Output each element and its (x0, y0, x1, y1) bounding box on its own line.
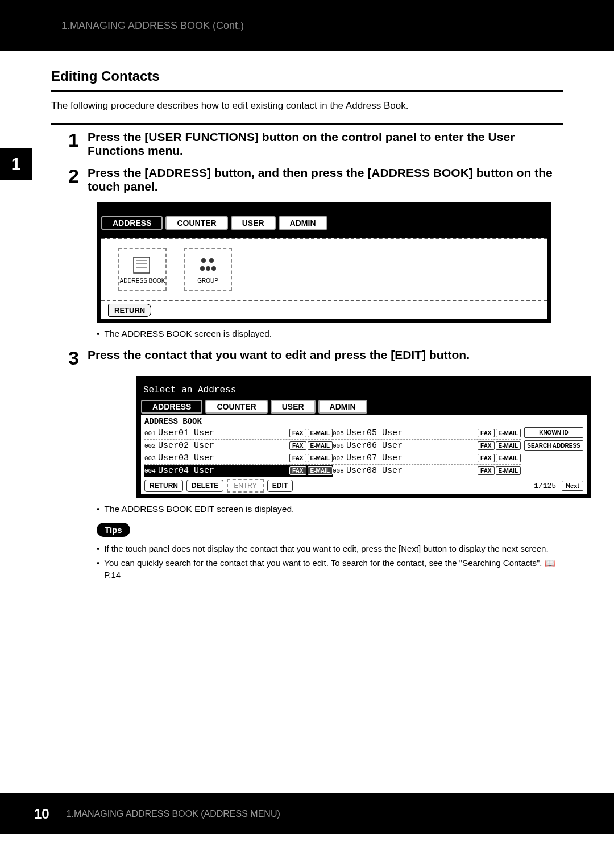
tip-text: You can quickly search for the contact t… (104, 557, 563, 581)
address-book-button[interactable]: ADDRESS BOOK (118, 248, 167, 291)
intro-text: The following procedure describes how to… (51, 100, 563, 111)
group-button[interactable]: GROUP (184, 248, 232, 291)
entry-button[interactable]: ENTRY (227, 479, 263, 493)
step-text-2: Press the [ADDRESS] button, and then pre… (88, 166, 563, 193)
search-address-button[interactable]: SEARCH ADDRESS (524, 440, 583, 451)
addr-row-002[interactable]: 002 User02 User FAX E-MAIL (144, 440, 333, 452)
addr-row-005[interactable]: 005 User05 User FAX E-MAIL (333, 427, 521, 440)
bullet-icon: • (97, 557, 99, 581)
screen2-header: Select an Address (141, 381, 587, 400)
email-button[interactable]: E-MAIL (496, 466, 521, 475)
addr-row-004[interactable]: 004 User04 User FAX E-MAIL (144, 465, 333, 477)
fax-button[interactable]: FAX (289, 454, 306, 462)
tab2-user[interactable]: USER (271, 400, 316, 414)
header-breadcrumb: 1.MANAGING ADDRESS BOOK (Cont.) (61, 20, 244, 32)
tab-address[interactable]: ADDRESS (101, 216, 163, 230)
addr-row-007[interactable]: 007 User07 User FAX E-MAIL (333, 452, 521, 465)
step-1: 1 Press the [USER FUNCTIONS] button on t… (51, 130, 563, 158)
tip-item-1: • If the touch panel does not display th… (97, 543, 563, 555)
addr-col-right: 005 User05 User FAX E-MAIL 006 User06 Us… (333, 427, 521, 477)
tab-counter[interactable]: COUNTER (165, 216, 227, 230)
screenshot-address-book-list: Select an Address ADDRESS COUNTER USER A… (136, 376, 563, 498)
tip-item-2: • You can quickly search for the contact… (97, 557, 563, 581)
tab2-address[interactable]: ADDRESS (141, 400, 202, 414)
svg-point-4 (201, 258, 206, 263)
screen1-tabs: ADDRESS COUNTER USER ADMIN (101, 216, 547, 230)
thick-divider (51, 123, 563, 125)
email-button[interactable]: E-MAIL (496, 454, 521, 462)
fax-button[interactable]: FAX (478, 466, 494, 475)
step-2-note: • The ADDRESS BOOK screen is displayed. (51, 329, 563, 339)
return-button[interactable]: RETURN (108, 304, 151, 317)
svg-point-8 (211, 266, 216, 271)
fax-button[interactable]: FAX (478, 429, 494, 437)
fax-button[interactable]: FAX (289, 466, 306, 475)
addr-row-008[interactable]: 008 User08 User FAX E-MAIL (333, 465, 521, 477)
step-num-3: 3 (68, 348, 79, 367)
tab-user[interactable]: USER (231, 216, 276, 230)
step-2: 2 Press the [ADDRESS] button, and then p… (51, 166, 563, 193)
page-number: 10 (34, 806, 49, 822)
delete-button[interactable]: DELETE (186, 480, 223, 492)
group-label: GROUP (197, 278, 218, 284)
footer-text: 1.MANAGING ADDRESS BOOK (ADDRESS MENU) (67, 809, 280, 819)
fax-button[interactable]: FAX (478, 441, 494, 450)
email-button[interactable]: E-MAIL (308, 454, 333, 462)
page-footer: 10 1.MANAGING ADDRESS BOOK (ADDRESS MENU… (0, 793, 614, 834)
addr-id: 003 (144, 455, 158, 462)
email-button[interactable]: E-MAIL (496, 429, 521, 437)
email-button[interactable]: E-MAIL (308, 429, 333, 437)
section-title: Editing Contacts (51, 68, 563, 84)
addr-id: 004 (144, 468, 158, 474)
addr-id: 002 (144, 443, 158, 449)
addr-name: User01 User (158, 428, 288, 438)
email-button[interactable]: E-MAIL (308, 441, 333, 450)
step-3: 3 Press the contact that you want to edi… (51, 348, 563, 367)
addr-id: 008 (333, 468, 346, 474)
addr-row-006[interactable]: 006 User06 User FAX E-MAIL (333, 440, 521, 452)
known-id-button[interactable]: KNOWN ID (524, 427, 583, 438)
addr-id: 006 (333, 443, 346, 449)
tips-badge: Tips (97, 523, 130, 537)
addr-name: User05 User (346, 428, 476, 438)
tab2-admin[interactable]: ADMIN (318, 400, 367, 414)
tab-admin[interactable]: ADMIN (279, 216, 327, 230)
addr-id: 007 (333, 455, 346, 462)
tips-section: Tips • If the touch panel does not displ… (51, 514, 563, 581)
tab2-counter[interactable]: COUNTER (205, 400, 267, 414)
step-text-3: Press the contact that you want to edit … (88, 348, 563, 367)
step-text-1: Press the [USER FUNCTIONS] button on the… (88, 130, 563, 158)
fax-button[interactable]: FAX (289, 441, 306, 450)
bullet-icon: • (97, 329, 99, 339)
fax-button[interactable]: FAX (478, 454, 494, 462)
step-3-note-text: The ADDRESS BOOK EDIT screen is displaye… (104, 504, 294, 514)
tip-text: If the touch panel does not display the … (104, 543, 548, 555)
group-icon (197, 255, 219, 275)
chapter-tab: 1 (0, 148, 32, 180)
addr-book-caption: ADDRESS BOOK (144, 417, 583, 426)
step-3-note: • The ADDRESS BOOK EDIT screen is displa… (51, 504, 563, 514)
addr-row-001[interactable]: 001 User01 User FAX E-MAIL (144, 427, 333, 440)
screen2-footer: RETURN DELETE ENTRY EDIT 1/125 Next (144, 477, 583, 493)
tips-list: • If the touch panel does not display th… (97, 543, 563, 581)
fax-button[interactable]: FAX (289, 429, 306, 437)
email-button[interactable]: E-MAIL (308, 466, 333, 475)
addr-id: 005 (333, 430, 346, 437)
addr-row-003[interactable]: 003 User03 User FAX E-MAIL (144, 452, 333, 465)
addr-id: 001 (144, 430, 158, 437)
bullet-icon: • (97, 543, 99, 555)
email-button[interactable]: E-MAIL (496, 441, 521, 450)
return-button[interactable]: RETURN (144, 480, 183, 492)
step-2-note-text: The ADDRESS BOOK screen is displayed. (104, 329, 272, 339)
svg-point-5 (209, 258, 214, 263)
addr-name: User08 User (346, 466, 476, 476)
address-book-icon (131, 255, 154, 275)
svg-point-6 (200, 266, 205, 271)
step-num-2: 2 (68, 166, 79, 193)
svg-point-7 (206, 266, 210, 271)
next-button[interactable]: Next (562, 481, 583, 491)
addr-name: User07 User (346, 453, 476, 463)
address-book-label: ADDRESS BOOK (119, 278, 165, 284)
edit-button[interactable]: EDIT (267, 480, 293, 492)
step-num-1: 1 (68, 130, 79, 158)
